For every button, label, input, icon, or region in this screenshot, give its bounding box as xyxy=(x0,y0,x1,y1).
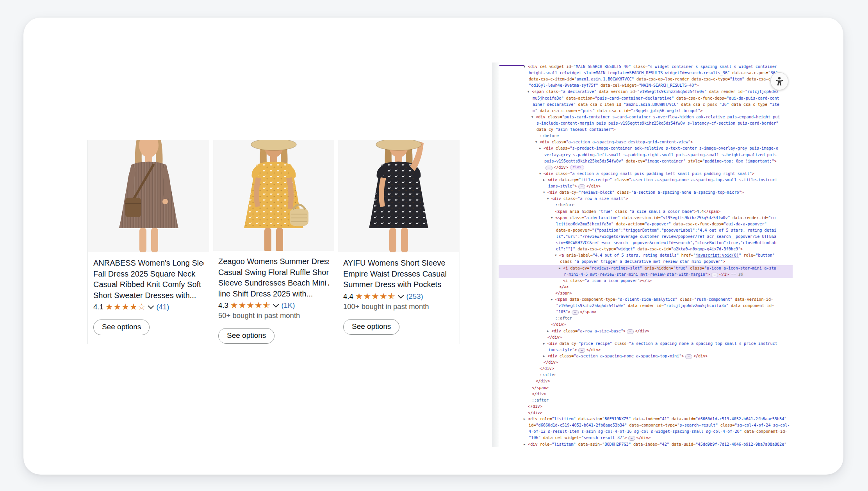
see-options-button[interactable]: See options xyxy=(93,320,150,335)
dom-tree-line[interactable]: ▼<span class="a-declarative" data-versio… xyxy=(499,89,793,95)
expander-open-icon[interactable]: ▼ xyxy=(543,189,547,196)
expander-open-icon[interactable]: ▼ xyxy=(555,252,559,259)
expander-closed-icon[interactable]: ▶ xyxy=(551,296,555,303)
product-image[interactable] xyxy=(88,140,209,252)
dom-tree-line[interactable]: m" data-csa-c-owner="puis" data-csa-c-id… xyxy=(499,108,793,114)
expand-ellipsis-icon[interactable]: … xyxy=(578,348,585,353)
rating-row[interactable]: 4.1 ★★★★☆ (41) xyxy=(93,303,169,311)
chevron-down-icon[interactable] xyxy=(273,302,279,308)
dom-tree-line[interactable]: ::before xyxy=(499,133,793,139)
dom-tree-line[interactable]: ::before xyxy=(499,202,793,208)
expander-closed-icon[interactable]: ▶ xyxy=(559,265,563,271)
dom-tree-line[interactable]: ▼<div cel_widget_id="MAIN-SEARCH_RESULTS… xyxy=(499,64,793,70)
dom-tree-line[interactable]: data-a-popover="{"position":"triggerBott… xyxy=(499,227,793,234)
product-title[interactable]: Zeagoo Womens Summer Dress Casual Swing … xyxy=(218,256,329,299)
dom-tree-line[interactable]: ▼<a aria-label="4.4 out of 5 stars, rati… xyxy=(499,252,793,259)
dom-tree-line[interactable]: mu5jhcoifa3o" data-action="puis-card-con… xyxy=(499,95,793,102)
expand-ellipsis-icon[interactable]: … xyxy=(685,354,692,359)
dom-tree-line[interactable]: id="d6660d1d-c519-4052-b641-2fb8aae53b34… xyxy=(499,422,793,429)
expand-ellipsis-icon[interactable]: … xyxy=(711,273,718,277)
dom-tree-line[interactable]: "106" data-cel-widget="search_result_37"… xyxy=(499,435,793,441)
dom-tree-line[interactable]: ▼<div class="a-section a-spacing-base de… xyxy=(499,139,793,145)
dom-tree-line[interactable]: </div> xyxy=(499,391,793,397)
expander-closed-icon[interactable]: ▶ xyxy=(539,145,544,152)
dom-tree-line[interactable]: </div> xyxy=(499,334,793,341)
see-options-button[interactable]: See options xyxy=(343,319,399,335)
expander-open-icon[interactable]: ▼ xyxy=(547,196,551,202)
dom-tree-line[interactable]: ▶<div class="a-row a-size-base">…</div> xyxy=(499,328,793,334)
dom-tree-line[interactable]: puis-v195egtts9kihz25kq5dz54fw0v" data-c… xyxy=(499,158,793,164)
dom-tree-line[interactable]: r-mini-4-5 mvt-review-star-mini mvt-revi… xyxy=(499,271,793,278)
dom-tree-line[interactable]: </div> xyxy=(499,378,793,384)
dom-tree-line[interactable]: ▼<div data-cy="reviews-block" class="a-s… xyxy=(499,189,793,196)
dom-tree-line[interactable]: height-small celwidget slot=MAIN templat… xyxy=(499,70,793,76)
expander-closed-icon[interactable]: ▶ xyxy=(543,353,547,359)
dom-tree-line[interactable]: ▶<div data-cy="price-recipe" class="a-se… xyxy=(499,341,793,347)
dom-tree-line[interactable]: ▶<div role="listitem" data-asin="B0DKH2P… xyxy=(499,441,793,447)
expand-ellipsis-icon[interactable]: … xyxy=(627,329,634,334)
dom-tree-line[interactable]: </div> xyxy=(499,366,793,372)
dom-tree-line[interactable]: ▼<div class="puis-card-container s-card-… xyxy=(499,114,793,120)
expander-open-icon[interactable]: ▼ xyxy=(528,89,532,95)
dom-tree-line[interactable]: </span> xyxy=(499,385,793,391)
dom-tree-line[interactable]: …</div>flex xyxy=(499,164,793,171)
dom-tree-line[interactable]: ainer-declarative" data-csa-c-item-id="a… xyxy=(499,102,793,108)
see-options-button[interactable]: See options xyxy=(218,328,274,344)
expander-closed-icon[interactable]: ▶ xyxy=(543,341,547,347)
dom-tree-line[interactable]: ::after xyxy=(499,397,793,404)
expand-ellipsis-icon[interactable]: … xyxy=(572,310,579,315)
dom-tree-line[interactable]: <span aria-hidden="true" class="a-size-s… xyxy=(499,209,793,215)
product-image[interactable] xyxy=(213,140,334,251)
dom-tree-line[interactable]: ▼<span class="a-declarative" data-versio… xyxy=(499,215,793,221)
dom-tree-line[interactable]: <i class="a-icon a-icon-popover"></i> xyxy=(499,278,793,284)
dom-tree-line[interactable]: ▶<span data-component-type="s-client-sid… xyxy=(499,296,793,303)
dom-tree-line[interactable]: 4-of-12 s-result-item s-asin sg-col-4-of… xyxy=(499,429,793,435)
expander-open-icon[interactable]: ▼ xyxy=(551,215,555,221)
dom-tree-line[interactable]: ions-style">…</div> xyxy=(499,347,793,353)
dom-tree-line[interactable]: "od16yl-lewh4e-9vetma-syf75f" data-cel-w… xyxy=(499,82,793,89)
expand-ellipsis-icon[interactable]: … xyxy=(628,436,635,441)
dom-tree-line[interactable]: el":""}" data-csa-c-type="widget" data-c… xyxy=(499,246,793,252)
dom-tree-line[interactable]: lcjtjqo6dv2mu5jhcoifa3o" data-action="a-… xyxy=(499,221,793,227)
dom-tree-line[interactable]: ▶<div class="a-section a-spacing-none a-… xyxy=(499,353,793,359)
expander-closed-icon[interactable]: ▶ xyxy=(547,328,551,334)
review-count-link[interactable]: (1K) xyxy=(281,301,295,310)
expander-closed-icon[interactable]: ▶ xyxy=(543,177,547,183)
dom-tree-line[interactable]: ▶<div role="listitem" data-asin="B0F919N… xyxy=(499,416,793,422)
dom-tree-line[interactable]: </div> xyxy=(499,410,793,416)
dom-tree-line[interactable]: s-include-content-margin puis puis-v195e… xyxy=(499,120,793,127)
rating-row[interactable]: 4.3 ★★★★☆★ (1K) xyxy=(218,301,295,310)
dom-tree-line[interactable]: </div> xyxy=(499,404,793,410)
expander-open-icon[interactable]: ▼ xyxy=(535,139,540,145)
product-title[interactable]: ANRABESS Women's Long Sleeve Fall Dress … xyxy=(93,258,204,301)
product-image[interactable] xyxy=(338,140,459,252)
dom-tree-line[interactable]: class="a-popover-trigger a-declarative m… xyxy=(499,259,793,265)
dom-tree-line[interactable]: ▼<div class="a-row a-size-small"> xyxy=(499,196,793,202)
dom-tree-line[interactable]: ::after xyxy=(499,315,793,321)
dom-tree-line[interactable]: ▶<div class="s-product-image-container a… xyxy=(499,145,793,152)
expand-ellipsis-icon[interactable]: … xyxy=(545,166,553,170)
expander-closed-icon[interactable]: ▶ xyxy=(524,441,528,447)
dom-tree-line[interactable]: ▶<div data-cy="title-recipe" class="a-se… xyxy=(499,177,793,183)
expander-closed-icon[interactable]: ▶ xyxy=(524,416,528,422)
dom-tree-line[interactable]: verlay-grey s-padding-left-small s-paddi… xyxy=(499,152,793,158)
dom-tree-line[interactable]: "v195egtts9kihz25kq5dz54fw0v" data-rende… xyxy=(499,303,793,309)
dom-tree-line[interactable]: </div> xyxy=(499,359,793,366)
dom-tree-line[interactable]: data-cy="asin-faceout-container"> xyxy=(499,127,793,133)
dom-tree-line[interactable]: "105">…</span> xyxy=(499,309,793,315)
chevron-down-icon[interactable] xyxy=(148,303,154,309)
expand-ellipsis-icon[interactable]: … xyxy=(578,184,585,189)
dom-tree-line[interactable]: ls","url":"/review/widgets/average-custo… xyxy=(499,234,793,240)
dom-tree-line[interactable]: ▼<div class="a-section a-spacing-small p… xyxy=(499,171,793,177)
expander-open-icon[interactable]: ▼ xyxy=(539,171,544,177)
review-count-link[interactable]: (41) xyxy=(156,303,169,311)
accessibility-widget-button[interactable] xyxy=(770,72,788,90)
dom-tree-line[interactable]: data-csa-c-item-id="amzn1.asin.1.B0CWKH7… xyxy=(499,76,793,82)
dom-tree-line[interactable]: sin=B0CWKH7VCC&ref_=acr_search__popover&… xyxy=(499,240,793,246)
expander-open-icon[interactable]: ▼ xyxy=(531,114,536,120)
flex-badge[interactable]: flex xyxy=(570,165,584,170)
review-count-link[interactable]: (253) xyxy=(406,292,423,301)
product-title[interactable]: AYIFU Womens Short Sleeve Empire Waist D… xyxy=(343,258,447,290)
dom-tree-line[interactable]: </span> xyxy=(499,290,793,296)
dom-tree-line[interactable]: </a> xyxy=(499,284,793,290)
